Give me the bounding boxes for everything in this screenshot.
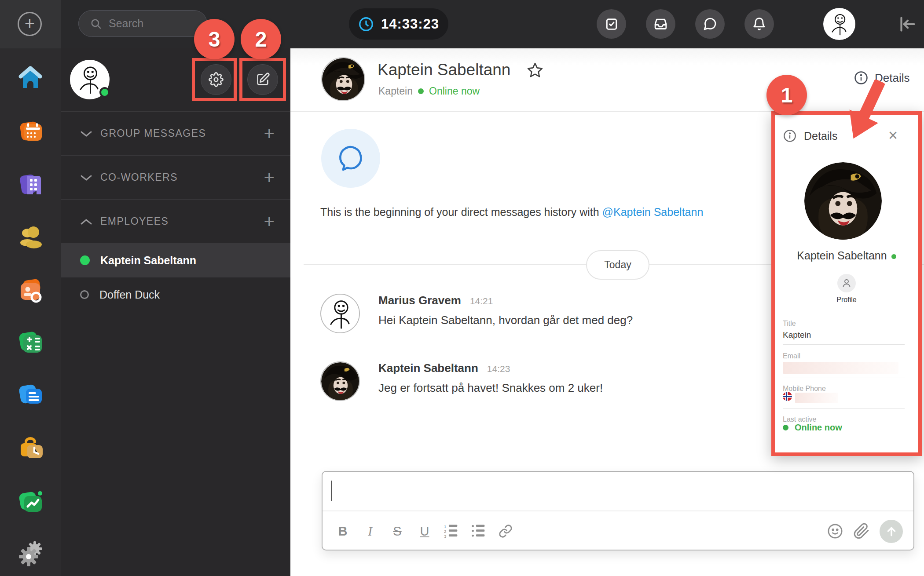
details-panel: Details × Kaptein Sabeltann Profile Titl… (771, 111, 922, 456)
notifications-button[interactable] (744, 9, 774, 39)
messages-button[interactable] (695, 9, 725, 39)
bell-icon (752, 17, 766, 31)
chat-bubble-icon (336, 144, 365, 173)
date-divider-pill: Today (586, 250, 649, 280)
calendar-icon[interactable] (15, 117, 45, 147)
chevron-down-icon (80, 130, 93, 137)
chart-icon[interactable] (15, 487, 45, 517)
employee-item-kaptein-sabeltann[interactable]: Kaptein Sabeltann (61, 243, 290, 277)
add-group-message-icon[interactable]: + (264, 127, 275, 140)
collapse-sidebar-button[interactable] (896, 13, 918, 35)
emoji-button[interactable] (827, 523, 843, 540)
message-row: Kaptein Sabeltann 14:23 Jeg er fortsatt … (320, 361, 603, 401)
add-button[interactable]: + (18, 12, 42, 36)
details-toggle[interactable]: Details (854, 70, 909, 85)
chat-sidebar: GROUP MESSAGES + CO-WORKERS + EMPLOYEES … (61, 48, 290, 576)
chat-header: Kaptein Sabeltann Kaptein Online now Det… (290, 48, 924, 112)
ordered-list-button[interactable]: 123 (444, 524, 460, 538)
chat-partner-name: Kaptein Sabeltann (378, 61, 510, 79)
send-arrow-icon (886, 525, 897, 537)
employee-item-doffen-duck[interactable]: Doffen Duck (61, 277, 290, 312)
favorite-star-icon[interactable] (526, 62, 544, 79)
email-field-label: Email (783, 352, 800, 360)
details-panel-header: Details (783, 129, 837, 143)
settings-gear-icon[interactable] (15, 539, 45, 569)
format-toolbar: B I S U 123 (335, 514, 514, 548)
top-bar: + Search 14:33:23 (0, 0, 924, 48)
conversation-start-icon (321, 129, 380, 188)
inbox-button[interactable] (646, 9, 675, 39)
message-time: 14:23 (487, 364, 510, 374)
message-author[interactable]: Kaptein Sabeltann (378, 361, 478, 375)
home-icon[interactable] (15, 63, 45, 93)
chevron-down-icon (80, 174, 93, 181)
tasks-button[interactable] (597, 9, 626, 39)
new-message-button[interactable] (247, 64, 278, 95)
svg-text:2: 2 (444, 529, 446, 534)
bold-button[interactable]: B (335, 524, 351, 539)
compose-icon (255, 72, 270, 87)
search-input[interactable]: Search (78, 10, 207, 37)
info-icon (783, 129, 797, 143)
message-composer[interactable]: B I S U 123 (322, 471, 914, 550)
mention-link[interactable]: @Kaptein Sabeltann (602, 206, 704, 218)
section-co-workers[interactable]: CO-WORKERS + (61, 155, 290, 199)
search-icon (90, 18, 102, 29)
profile-label: Profile (775, 296, 918, 304)
profile-button[interactable]: Profile (775, 274, 918, 304)
last-active-status: Online now (783, 423, 842, 433)
partner-role: Kaptein (378, 85, 413, 97)
user-avatar[interactable] (823, 8, 855, 40)
people-icon[interactable] (15, 222, 45, 252)
add-employee-icon[interactable]: + (264, 215, 275, 228)
bullet-list-button[interactable] (471, 524, 487, 538)
online-status-text: Online now (429, 85, 480, 97)
intro-prefix: This is the beginning of your direct mes… (320, 206, 602, 218)
message-row: Marius Gravem 14:21 Hei Kaptein Sabeltan… (320, 294, 633, 333)
gear-icon (209, 72, 224, 87)
chat-app-window: + Search 14:33:23 (0, 0, 924, 576)
underline-button[interactable]: U (417, 524, 433, 539)
strikethrough-button[interactable]: S (389, 524, 405, 539)
send-button[interactable] (880, 520, 903, 543)
chat-partner-status: Kaptein Online now (378, 85, 480, 97)
online-dot (80, 255, 90, 265)
composer-divider (323, 510, 913, 511)
details-panel-title: Details (804, 130, 837, 142)
message-author[interactable]: Marius Gravem (378, 294, 461, 307)
svg-text:3: 3 (444, 534, 446, 538)
add-co-worker-icon[interactable]: + (264, 171, 275, 184)
close-icon[interactable]: × (888, 126, 898, 145)
svg-text:1: 1 (444, 524, 446, 529)
chat-partner-avatar[interactable] (321, 57, 365, 101)
section-label: EMPLOYEES (100, 215, 264, 227)
info-icon (854, 70, 869, 85)
message-text: Jeg er fortsatt på havet! Snakkes om 2 u… (378, 381, 603, 395)
link-button[interactable] (499, 524, 514, 538)
section-employees[interactable]: EMPLOYEES + (61, 199, 290, 243)
person-search-icon[interactable] (15, 275, 45, 305)
message-avatar-kaptein[interactable] (320, 361, 360, 401)
message-avatar-marius[interactable] (320, 294, 360, 333)
timebank-clock-icon[interactable] (15, 434, 45, 463)
clock-widget[interactable]: 14:33:23 (349, 8, 448, 40)
section-label: CO-WORKERS (100, 171, 264, 183)
chevron-up-icon (80, 218, 93, 225)
chat-settings-button[interactable] (201, 64, 231, 95)
chat-bubble-icon (703, 17, 717, 31)
building-icon[interactable] (15, 170, 45, 200)
message-time: 14:21 (470, 296, 493, 306)
details-label: Details (875, 71, 909, 85)
my-presence-dot (99, 87, 110, 98)
person-icon (841, 278, 852, 288)
task-check-icon (605, 17, 619, 31)
date-divider-label: Today (604, 259, 631, 271)
italic-button[interactable]: I (362, 524, 378, 539)
composer-actions (827, 514, 903, 548)
document-icon[interactable] (15, 380, 45, 410)
search-placeholder: Search (109, 17, 143, 30)
calculator-icon[interactable] (15, 328, 45, 358)
attachment-button[interactable] (853, 523, 870, 540)
section-group-messages[interactable]: GROUP MESSAGES + (61, 111, 290, 155)
online-dot (418, 88, 424, 94)
